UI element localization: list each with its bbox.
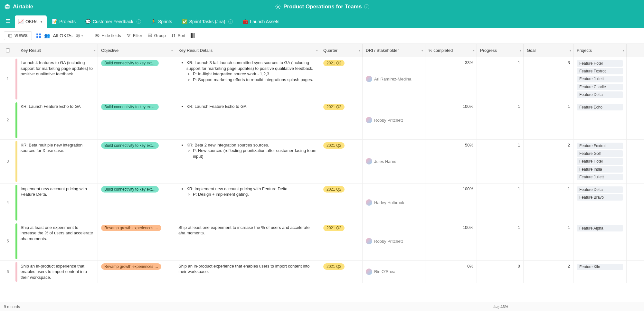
cell-dri[interactable]: Ari Ramírez-Medina	[363, 57, 425, 101]
project-chip[interactable]: Feature Foxtrot	[577, 68, 623, 74]
column-header-obj[interactable]: Objective▾	[98, 44, 175, 57]
cell-projects[interactable]: Feature Alpha	[573, 222, 627, 260]
cell-goal[interactable]: 1	[524, 184, 573, 222]
column-header-goal[interactable]: Goal▾	[524, 44, 573, 57]
chevron-down-icon[interactable]: ▾	[570, 49, 571, 52]
cell-dri[interactable]: Jules Harris	[363, 140, 425, 183]
cell-objective[interactable]: Revamp growth experiences …	[98, 261, 175, 283]
cell-objective[interactable]: Revamp growth experiences …	[98, 222, 175, 260]
chevron-down-icon[interactable]: ▾	[94, 49, 96, 52]
cell-quarter[interactable]: 2021 Q2	[320, 222, 363, 260]
table-row[interactable]: 1Launch 4 features to GA (including supp…	[0, 57, 644, 101]
table-row[interactable]: 6Ship an in-product experience that enab…	[0, 261, 644, 283]
project-chip[interactable]: Feature Golf	[577, 150, 623, 157]
cell-quarter[interactable]: 2021 Q2	[320, 57, 363, 101]
chevron-down-icon[interactable]: ▾	[316, 49, 318, 52]
cell-pct[interactable]: 50%	[425, 140, 477, 183]
cell-progress[interactable]: 0	[477, 261, 524, 283]
project-chip[interactable]: Feature Hotel	[577, 158, 623, 165]
cell-dri[interactable]: Rin O'Shea	[363, 261, 425, 283]
cell-progress[interactable]: 1	[477, 184, 524, 222]
cell-quarter[interactable]: 2021 Q2	[320, 140, 363, 183]
cell-key-result[interactable]: Implement new account pricing with Featu…	[17, 184, 98, 222]
project-chip[interactable]: Feature Hotel	[577, 60, 623, 67]
cell-goal[interactable]: 2	[524, 140, 573, 183]
group-button[interactable]: Group	[147, 32, 166, 39]
cell-goal[interactable]: 3	[524, 57, 573, 101]
cell-projects[interactable]: Feature Kilo	[573, 261, 627, 283]
tab-launch-assets[interactable]: 🧰Launch Assets	[239, 15, 284, 28]
column-header-q[interactable]: Quarter▾	[320, 44, 363, 57]
menu-button[interactable]	[3, 16, 13, 26]
column-header-dri[interactable]: DRI / Stakeholder▾	[363, 44, 425, 57]
table-row[interactable]: 4Implement new account pricing with Feat…	[0, 184, 644, 222]
sort-button[interactable]: Sort	[170, 32, 186, 39]
tab-sprints[interactable]: 🏃Sprints	[147, 15, 177, 28]
table-row[interactable]: 3KR: Beta multiple new integration sourc…	[0, 140, 644, 184]
cell-progress[interactable]: 1	[477, 101, 524, 139]
chevron-down-icon[interactable]: ▾	[473, 49, 475, 52]
cell-progress[interactable]: 1	[477, 222, 524, 260]
cell-progress[interactable]: 1	[477, 140, 524, 183]
chevron-down-icon[interactable]: ▾	[41, 20, 42, 24]
cell-key-result[interactable]: Launch 4 features to GA (including suppo…	[17, 57, 98, 101]
cell-pct[interactable]: 33%	[425, 57, 477, 101]
data-grid[interactable]: Key Result▾Objective▾Key Result Details▾…	[0, 44, 644, 302]
project-chip[interactable]: Feature Juliett	[577, 174, 623, 180]
cell-goal[interactable]: 1	[524, 101, 573, 139]
cell-details[interactable]: Ship an in-product experience that enabl…	[175, 261, 320, 283]
views-button[interactable]: VIEWS	[4, 31, 32, 40]
cell-pct[interactable]: 0%	[425, 261, 477, 283]
column-header-prog[interactable]: Progress▾	[477, 44, 524, 57]
chevron-down-icon[interactable]: ▾	[359, 49, 360, 52]
cell-key-result[interactable]: KR: Launch Feature Echo to GA	[17, 101, 98, 139]
cell-objective[interactable]: Build connectivity to key ext…	[98, 57, 175, 101]
project-chip[interactable]: Feature Foxtrot	[577, 143, 623, 149]
project-chip[interactable]: Feature Delta	[577, 91, 623, 98]
cell-dri[interactable]: Robby Pritchett	[363, 101, 425, 139]
logo[interactable]: Airtable	[4, 3, 33, 10]
cell-quarter[interactable]: 2021 Q2	[320, 184, 363, 222]
info-icon[interactable]: i	[364, 4, 369, 9]
tab-sprint-tasks-jira-[interactable]: ✅Sprint Tasks (Jira)i	[179, 15, 238, 28]
chevron-down-icon[interactable]: ▾	[171, 49, 173, 52]
cell-dri[interactable]: Robby Pritchett	[363, 222, 425, 260]
cell-projects[interactable]: Feature FoxtrotFeature GolfFeature Hotel…	[573, 140, 627, 183]
cell-objective[interactable]: Build connectivity to key ext…	[98, 140, 175, 183]
cell-quarter[interactable]: 2021 Q2	[320, 101, 363, 139]
cell-key-result[interactable]: Ship at least one experiment to increase…	[17, 222, 98, 260]
cell-details[interactable]: KR: Beta 2 new integration sources sourc…	[175, 140, 320, 183]
view-selector[interactable]: 👥 All OKRs ▾	[36, 33, 83, 39]
cell-objective[interactable]: Build connectivity to key ext…	[98, 184, 175, 222]
column-header-kr[interactable]: Key Result▾	[17, 44, 98, 57]
column-header-proj[interactable]: Projects▾	[573, 44, 627, 57]
project-chip[interactable]: Feature Delta	[577, 186, 623, 193]
cell-key-result[interactable]: KR: Beta multiple new integration source…	[17, 140, 98, 183]
chevron-down-icon[interactable]: ▾	[421, 49, 423, 52]
cell-dri[interactable]: Harley Holbrook	[363, 184, 425, 222]
project-chip[interactable]: Feature Kilo	[577, 264, 623, 270]
project-chip[interactable]: Feature Alpha	[577, 225, 623, 231]
cell-projects[interactable]: Feature DeltaFeature Bravo	[573, 184, 627, 222]
project-chip[interactable]: Feature Juliett	[577, 76, 623, 82]
cell-pct[interactable]: 100%	[425, 222, 477, 260]
tab-projects[interactable]: 📝Projects	[49, 15, 80, 28]
chevron-down-icon[interactable]: ▾	[623, 49, 624, 52]
project-chip[interactable]: Feature Charlie	[577, 84, 623, 90]
cell-details[interactable]: KR: Launch 3 fall-launch-committed sync …	[175, 57, 320, 101]
cell-projects[interactable]: Feature Echo	[573, 101, 627, 139]
base-title[interactable]: Product Operations for Teams i	[33, 4, 611, 10]
tab-okrs[interactable]: 📈OKRs▾	[15, 15, 47, 28]
tab-customer-feedback[interactable]: 💬Customer Feedbacki	[82, 15, 146, 28]
table-row[interactable]: 2KR: Launch Feature Echo to GABuild conn…	[0, 101, 644, 140]
cell-details[interactable]: KR: Implement new account pricing with F…	[175, 184, 320, 222]
cell-objective[interactable]: Build connectivity to key ext…	[98, 101, 175, 139]
chevron-down-icon[interactable]: ▾	[520, 49, 521, 52]
column-header-pct[interactable]: % completed▾	[425, 44, 477, 57]
cell-progress[interactable]: 1	[477, 57, 524, 101]
cell-pct[interactable]: 100%	[425, 184, 477, 222]
select-all[interactable]	[0, 44, 15, 57]
cell-goal[interactable]: 2	[524, 261, 573, 283]
project-chip[interactable]: Feature Echo	[577, 104, 623, 110]
cell-quarter[interactable]: 2021 Q2	[320, 261, 363, 283]
